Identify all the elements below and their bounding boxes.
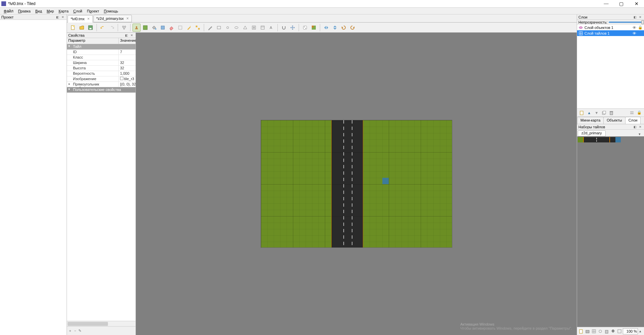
insert-rect-icon[interactable] bbox=[215, 24, 223, 32]
delete-tileset-icon[interactable] bbox=[604, 328, 609, 335]
tile-road[interactable] bbox=[589, 137, 594, 142]
insert-text-icon[interactable]: A bbox=[267, 24, 275, 32]
select-same-icon[interactable] bbox=[194, 24, 202, 32]
prop-row[interactable]: Изображениеtile_r3 bbox=[67, 76, 136, 82]
duplicate-layer-icon[interactable] bbox=[601, 109, 607, 116]
menu-file[interactable]: Файл bbox=[1, 8, 16, 14]
eraser-tool-icon[interactable] bbox=[167, 24, 176, 32]
random-icon[interactable] bbox=[301, 24, 309, 32]
terrain-tool-icon[interactable] bbox=[141, 24, 149, 32]
layer-down-icon[interactable]: ▼ bbox=[593, 109, 600, 116]
rotate-right-icon[interactable] bbox=[348, 24, 356, 32]
prop-row[interactable]: Высота32 bbox=[67, 66, 136, 71]
edit-polygon-icon[interactable] bbox=[206, 24, 214, 32]
save-file-icon[interactable] bbox=[86, 24, 94, 32]
menu-world[interactable]: Мир bbox=[44, 8, 56, 14]
tile-road-mid[interactable] bbox=[594, 137, 599, 142]
tile-grass[interactable] bbox=[578, 137, 583, 142]
insert-tile-icon[interactable] bbox=[250, 24, 258, 32]
panel-float-icon[interactable]: ◧ bbox=[55, 15, 60, 19]
edit-tileset-icon[interactable] bbox=[591, 328, 597, 335]
prop-group-tile[interactable]: Тайл bbox=[67, 44, 136, 49]
insert-point-icon[interactable] bbox=[224, 24, 232, 32]
layer-row-objects[interactable]: Слой объектов 1 👁 🔒 bbox=[577, 25, 644, 30]
close-icon[interactable]: × bbox=[126, 16, 129, 21]
snap-icon[interactable] bbox=[280, 24, 288, 32]
rotate-left-icon[interactable] bbox=[340, 24, 348, 32]
menu-edit[interactable]: Правка bbox=[16, 8, 33, 14]
move-icon[interactable] bbox=[289, 24, 297, 32]
panel-close-icon[interactable]: ✕ bbox=[61, 15, 65, 19]
remove-prop-icon[interactable]: － bbox=[73, 328, 77, 333]
prop-row[interactable]: ID7 bbox=[67, 49, 136, 55]
panel-float-icon[interactable]: ◧ bbox=[633, 15, 637, 19]
menu-view[interactable]: Вид bbox=[33, 8, 44, 14]
panel-close-icon[interactable]: ✕ bbox=[638, 125, 643, 129]
stamp-tool-icon[interactable] bbox=[132, 24, 141, 32]
zoom-input[interactable] bbox=[623, 328, 638, 334]
prop-row[interactable]: Ширина32 bbox=[67, 60, 136, 66]
prop-row[interactable]: Класс bbox=[67, 55, 136, 60]
tile-dark[interactable] bbox=[610, 137, 615, 142]
tileset-menu-icon[interactable]: ▾ bbox=[639, 132, 644, 136]
delete-layer-icon[interactable] bbox=[608, 109, 615, 116]
panel-float-icon[interactable]: ◧ bbox=[633, 125, 637, 129]
tileset-preview[interactable] bbox=[577, 136, 644, 327]
new-tileset-icon[interactable] bbox=[578, 328, 584, 335]
flip-v-icon[interactable] bbox=[331, 24, 339, 32]
show-layers-icon[interactable] bbox=[629, 109, 635, 116]
fill-tool-icon[interactable] bbox=[150, 24, 158, 32]
open-file-icon[interactable] bbox=[78, 24, 86, 32]
undo-icon[interactable] bbox=[99, 24, 107, 32]
tile-road-left[interactable] bbox=[583, 137, 589, 142]
insert-template-icon[interactable] bbox=[259, 24, 267, 32]
new-layer-icon[interactable] bbox=[578, 109, 585, 116]
layer-row-tiles[interactable]: Слой тайлов 1 👁 bbox=[577, 30, 644, 36]
minimize-button[interactable]: — bbox=[599, 0, 614, 8]
magic-wand-icon[interactable] bbox=[185, 24, 193, 32]
panel-float-icon[interactable]: ◧ bbox=[124, 33, 129, 37]
prop-row[interactable]: Прямоугольник изображения[(0, 0), 32 x bbox=[67, 82, 136, 87]
shape-fill-icon[interactable] bbox=[159, 24, 167, 32]
tile-road[interactable] bbox=[599, 137, 605, 142]
tile-selected[interactable] bbox=[615, 137, 621, 142]
insert-ellipse-icon[interactable] bbox=[232, 24, 240, 32]
file-tab-tileset[interactable]: *z2d_primary.tsx × bbox=[93, 15, 132, 22]
new-file-icon[interactable] bbox=[69, 24, 77, 32]
zoom-step-icon[interactable]: ▴ bbox=[638, 328, 643, 335]
tile-road-right[interactable] bbox=[605, 137, 610, 142]
insert-polygon-icon[interactable] bbox=[241, 24, 249, 32]
command-icon[interactable] bbox=[120, 24, 128, 32]
tab-layers[interactable]: Слои bbox=[625, 117, 641, 124]
redo-icon[interactable] bbox=[108, 24, 116, 32]
opacity-slider[interactable] bbox=[609, 22, 643, 23]
file-tab-lvl0[interactable]: *lvl0.tmx × bbox=[68, 15, 93, 23]
tileset-props-icon[interactable]: ⚙ bbox=[610, 328, 616, 335]
visible-icon[interactable]: 👁 bbox=[632, 26, 637, 30]
lock-icon[interactable]: 🔒 bbox=[638, 25, 643, 30]
replace-tileset-icon[interactable] bbox=[598, 328, 603, 335]
menu-map[interactable]: Карта bbox=[56, 8, 71, 14]
close-icon[interactable]: × bbox=[87, 16, 90, 21]
visible-icon[interactable]: 👁 bbox=[632, 31, 637, 35]
tilemap[interactable] bbox=[261, 120, 452, 248]
menu-help[interactable]: Помощь bbox=[102, 8, 121, 14]
tab-objects[interactable]: Объекты bbox=[603, 117, 625, 124]
tileset-tab[interactable]: z2d_primary bbox=[578, 130, 606, 136]
menu-layer[interactable]: Слой bbox=[71, 8, 85, 14]
wangset-icon[interactable] bbox=[310, 24, 318, 32]
edit-prop-icon[interactable]: ✎ bbox=[78, 329, 81, 333]
tab-minimap[interactable]: Мини-карта bbox=[577, 117, 604, 124]
prop-group-custom[interactable]: Пользовательские свойства bbox=[67, 87, 136, 93]
maximize-button[interactable]: ▢ bbox=[614, 0, 629, 8]
flip-h-icon[interactable] bbox=[322, 24, 330, 32]
close-button[interactable]: ✕ bbox=[629, 0, 644, 8]
add-prop-icon[interactable]: ＋ bbox=[68, 328, 72, 333]
layers-list[interactable]: Слой объектов 1 👁 🔒 Слой тайлов 1 👁 bbox=[577, 25, 644, 109]
menu-project[interactable]: Проект bbox=[85, 8, 102, 14]
dynamic-wrap-icon[interactable] bbox=[616, 328, 622, 335]
lock-layers-icon[interactable]: 🔒 bbox=[636, 109, 643, 116]
panel-close-icon[interactable]: ✕ bbox=[638, 15, 643, 19]
embed-tileset-icon[interactable] bbox=[585, 328, 591, 335]
map-canvas[interactable]: Активация Windows Чтобы активировать Win… bbox=[136, 33, 577, 335]
